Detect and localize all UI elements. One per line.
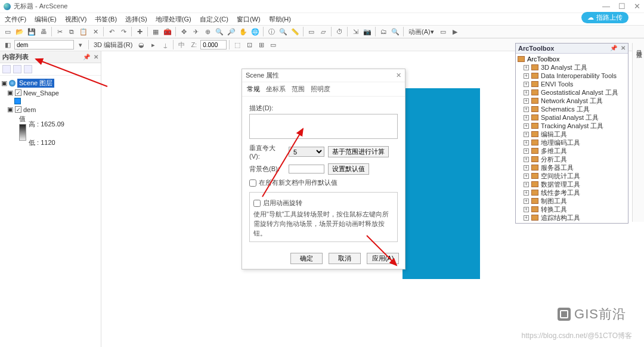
- apply-button[interactable]: 应用(A): [367, 253, 399, 264]
- layer-checkbox[interactable]: ✓: [15, 106, 21, 113]
- toolbox-item[interactable]: +追踪结构工具: [518, 213, 626, 222]
- delete-icon[interactable]: ✕: [90, 26, 101, 37]
- ed3-icon[interactable]: ⍊: [160, 39, 171, 50]
- expand-icon[interactable]: +: [524, 65, 529, 70]
- toolbox-item[interactable]: +编辑工具: [518, 130, 626, 138]
- zoomout-icon[interactable]: 🔎: [226, 26, 237, 37]
- tbx-close-icon[interactable]: ✕: [621, 45, 626, 52]
- layer-symbol-icon[interactable]: [14, 98, 21, 104]
- toolbox-item[interactable]: +线性参考工具: [518, 188, 626, 197]
- toc-list-icon[interactable]: [2, 65, 11, 73]
- tab-light[interactable]: 照明度: [311, 85, 330, 94]
- toolbox-item[interactable]: +地理编码工具: [518, 138, 626, 147]
- expand-icon[interactable]: +: [524, 115, 529, 120]
- editor-dropdown[interactable]: 3D 编辑器(R): [94, 41, 132, 49]
- dialog-close-icon[interactable]: ✕: [396, 72, 401, 79]
- tab-general[interactable]: 常规: [247, 85, 260, 94]
- expand-icon[interactable]: +: [524, 157, 529, 162]
- ed7-icon[interactable]: ▭: [268, 39, 278, 50]
- toolbox-item[interactable]: +空间统计工具: [518, 172, 626, 180]
- toolbox-item[interactable]: +Spatial Analyst 工具: [518, 113, 626, 122]
- toolbox-item[interactable]: +数据管理工具: [518, 180, 626, 188]
- cancel-button[interactable]: 取消: [329, 253, 361, 264]
- expand-icon[interactable]: +: [524, 73, 529, 79]
- toolbox-root[interactable]: ArcToolbox: [527, 55, 559, 63]
- add-data-icon[interactable]: ✚: [134, 26, 145, 37]
- ok-button[interactable]: 确定: [290, 253, 323, 264]
- paste-icon[interactable]: 📋: [78, 26, 89, 37]
- toc-pin-icon[interactable]: 📌: [83, 54, 90, 60]
- export-icon[interactable]: ⇲: [350, 26, 361, 37]
- reset-button[interactable]: 设置默认值: [328, 163, 369, 175]
- toc-close-icon[interactable]: ✕: [94, 54, 98, 60]
- toolbox-item[interactable]: +多维工具: [518, 147, 626, 155]
- undo-icon[interactable]: ↶: [106, 26, 117, 37]
- ed5-icon[interactable]: ⊡: [244, 39, 255, 50]
- expand-icon[interactable]: +: [524, 215, 529, 221]
- snapshot-icon[interactable]: 📷: [362, 26, 373, 37]
- zoomin-icon[interactable]: 🔍: [214, 26, 225, 37]
- z-input[interactable]: [200, 40, 227, 49]
- measure-icon[interactable]: 📏: [290, 26, 301, 37]
- scene-node[interactable]: Scene 图层: [17, 79, 54, 88]
- toolbox-item[interactable]: +Schematics 工具: [518, 105, 626, 113]
- menu-item[interactable]: 帮助(H): [269, 15, 291, 24]
- ed6-icon[interactable]: ⊞: [256, 39, 267, 50]
- print-icon[interactable]: 🖶: [38, 26, 49, 37]
- expand-icon[interactable]: +: [524, 90, 529, 95]
- anim-tool-icon[interactable]: ▭: [438, 26, 448, 37]
- menu-item[interactable]: 地理处理(G): [156, 15, 191, 24]
- window-close[interactable]: ✕: [634, 2, 640, 11]
- anim-play-icon[interactable]: ▶: [450, 26, 460, 37]
- toolbox-item[interactable]: +制图工具: [518, 197, 626, 205]
- new-icon[interactable]: ▭: [2, 26, 13, 37]
- select-icon[interactable]: ▭: [306, 26, 317, 37]
- docked-tabs[interactable]: 目录 搜索: [632, 43, 644, 222]
- layer-item[interactable]: dem: [23, 106, 36, 113]
- toolbox-item[interactable]: +Data Interoperability Tools: [518, 72, 626, 80]
- desc-input[interactable]: [249, 114, 398, 139]
- toolbox-item[interactable]: +服务器工具: [518, 163, 626, 172]
- expand-icon[interactable]: +: [524, 98, 529, 104]
- menu-item[interactable]: 视图(V): [65, 15, 87, 24]
- nav-icon[interactable]: ✥: [178, 26, 189, 37]
- toolbox-item[interactable]: +Network Analyst 工具: [518, 97, 626, 105]
- toolbox-item[interactable]: +分析工具: [518, 155, 626, 163]
- ed1-icon[interactable]: ◒: [136, 39, 147, 50]
- toolbox-icon[interactable]: 🧰: [162, 26, 173, 37]
- expand-icon[interactable]: +: [524, 190, 529, 196]
- ed2-icon[interactable]: ▸: [148, 39, 159, 50]
- upload-pill[interactable]: ☁指路上传: [581, 12, 628, 23]
- toolbox-item[interactable]: +Geostatistical Analyst 工具: [518, 88, 626, 97]
- window-minimize[interactable]: —: [602, 2, 610, 11]
- tbx-pin-icon[interactable]: 📌: [610, 45, 617, 52]
- expand-icon[interactable]: +: [524, 207, 529, 212]
- center-icon[interactable]: ⊕: [202, 26, 213, 37]
- fly-icon[interactable]: ✈: [190, 26, 201, 37]
- expand-icon[interactable]: +: [524, 148, 529, 154]
- toolbox-item[interactable]: +Tracking Analyst 工具: [518, 122, 626, 130]
- cut-icon[interactable]: ✂: [54, 26, 65, 37]
- calc-button[interactable]: 基于范围进行计算: [328, 146, 389, 157]
- window-maximize[interactable]: ☐: [618, 2, 626, 11]
- layer-select[interactable]: [14, 40, 74, 49]
- menu-item[interactable]: 文件(F): [5, 15, 26, 24]
- layer-checkbox[interactable]: ✓: [15, 89, 21, 96]
- chk-alldocs[interactable]: [249, 179, 256, 187]
- ed4-icon[interactable]: ⬚: [232, 39, 243, 50]
- menu-item[interactable]: 窗口(W): [237, 15, 261, 24]
- redo-icon[interactable]: ↷: [118, 26, 129, 37]
- layer-icon[interactable]: ◧: [2, 39, 13, 50]
- layer-item[interactable]: New_Shape: [23, 89, 59, 97]
- identify-icon[interactable]: ⓘ: [266, 26, 277, 37]
- menu-item[interactable]: 书签(B): [95, 15, 117, 24]
- expand-icon[interactable]: +: [524, 123, 529, 129]
- menu-item[interactable]: 选择(S): [125, 15, 147, 24]
- time-icon[interactable]: ⏱: [334, 26, 345, 37]
- expand-icon[interactable]: +: [524, 182, 529, 187]
- expand-icon[interactable]: +: [524, 107, 529, 112]
- expand-icon[interactable]: +: [524, 165, 529, 171]
- toc-src-icon[interactable]: [13, 65, 21, 73]
- expand-icon[interactable]: +: [524, 132, 529, 137]
- copy-icon[interactable]: ⧉: [66, 26, 77, 37]
